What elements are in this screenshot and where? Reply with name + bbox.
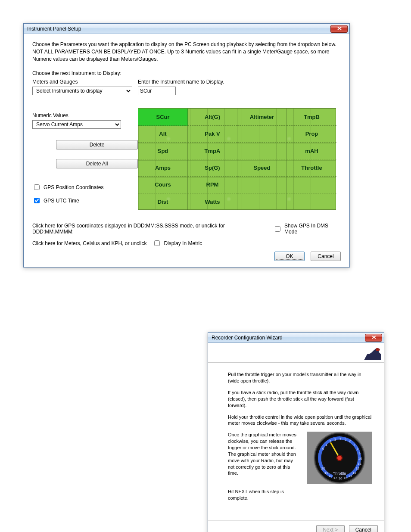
gps-mode-hint: Click here for GPS coordinates displayed… — [32, 223, 261, 235]
grid-cell[interactable] — [287, 177, 336, 193]
throttle-gauge: 01234567891011121314151617181920 Throttl… — [314, 433, 364, 483]
grid-cell[interactable] — [287, 193, 336, 210]
gauge-hub — [336, 455, 342, 461]
cancel-button[interactable]: Cancel — [349, 525, 378, 532]
gauge-tick-label: 17 — [333, 476, 337, 480]
dialog-body: Choose the Parameters you want the appli… — [24, 34, 349, 267]
gauge-preview: 01234567891011121314151617181920 Throttl… — [307, 432, 372, 484]
wizard-text-5: Hit NEXT when this step is complete. — [228, 488, 300, 501]
grid-cell[interactable]: TmpB — [287, 109, 336, 125]
metric-hint: Click here for Meters, Celsius and KPH, … — [32, 240, 146, 246]
grid-cell[interactable]: SCur — [138, 109, 188, 125]
grid-cell[interactable]: TmpA — [188, 143, 237, 159]
gauge-label: Throttle — [315, 471, 364, 476]
grid-cell[interactable]: RPM — [188, 177, 237, 193]
choose-next-label: Choose the next Instrument to Display: — [32, 70, 341, 76]
gauge-tick-label: 7 — [353, 442, 355, 447]
wizard-banner — [208, 343, 384, 363]
show-gps-dms-label: Show GPS In DMS Mode — [284, 223, 341, 235]
enter-name-label: Enter the Instrument name to Display. — [138, 79, 341, 85]
titlebar[interactable]: Instrument Panel Setup ✕ — [24, 24, 349, 34]
gauge-tick-label: 0 — [322, 447, 324, 451]
grid-cell[interactable]: Cours — [138, 177, 188, 193]
gauge-tick-label: 8 — [357, 447, 358, 451]
grid-cell[interactable]: Alt — [138, 126, 188, 143]
grid-cell[interactable]: Alt(G) — [188, 109, 237, 125]
gauge-tick-label: 20 — [321, 467, 325, 471]
gauge-tick-label: 16 — [339, 476, 342, 481]
numeric-values-dropdown[interactable]: Servo Current Amps — [32, 120, 121, 129]
close-button[interactable]: ✕ — [330, 25, 348, 33]
titlebar[interactable]: Recorder Configuration Wizard ✕ — [208, 333, 384, 343]
grid-cell[interactable]: Dist — [138, 193, 188, 210]
display-metric-checkbox[interactable] — [154, 240, 160, 246]
delete-button[interactable]: Delete — [56, 140, 138, 149]
intro-text: Choose the Parameters you want the appli… — [32, 41, 341, 62]
gauge-tick-label: 11 — [358, 462, 361, 467]
gauge-tick-label: 4 — [339, 437, 341, 442]
right-column: Enter the Instrument name to Display. SC… — [138, 78, 341, 210]
gauge-tick-label: 15 — [343, 476, 347, 480]
cancel-button[interactable]: Cancel — [311, 252, 341, 261]
window-title: Instrument Panel Setup — [27, 26, 330, 32]
wizard-text-1: Pull the throttle trigger on your model'… — [228, 371, 372, 384]
close-button[interactable]: ✕ — [365, 334, 382, 342]
wizard-text-3: Hold your throttle control in the wide o… — [228, 414, 372, 427]
grid-cell[interactable]: mAH — [287, 143, 336, 159]
grid-cell[interactable]: Throttle — [287, 159, 336, 176]
numeric-values-label: Numeric Values — [32, 112, 138, 118]
instrument-panel-setup-dialog: Instrument Panel Setup ✕ Choose the Para… — [23, 23, 350, 268]
grid-cell[interactable] — [237, 126, 287, 143]
grid-cell[interactable]: Sp(G) — [188, 159, 237, 176]
gauge-tick-label: 10 — [358, 457, 362, 461]
grid-cell[interactable]: Speed — [237, 159, 287, 176]
ok-button[interactable]: OK — [274, 252, 305, 261]
grid-cell[interactable]: Pak V — [188, 126, 237, 143]
delete-all-button[interactable]: Delete All — [56, 159, 138, 168]
dialog-body: Pull the throttle trigger on your model'… — [208, 343, 384, 532]
grid-cell[interactable]: Altimeter — [237, 109, 287, 125]
gps-utc-checkbox[interactable] — [34, 198, 40, 203]
grid-cell[interactable] — [237, 143, 287, 159]
intro-line-1: Choose the Parameters you want the appli… — [32, 41, 341, 48]
gauge-tick-label: 1 — [325, 442, 327, 447]
grid-cell[interactable] — [237, 193, 287, 210]
grid-cell[interactable]: Prop — [287, 126, 336, 143]
left-column: Meters and Gauges Select Instruments to … — [32, 78, 138, 210]
gps-position-checkbox[interactable] — [34, 184, 40, 190]
wizard-text-2: If you have a stick radio, pull the thro… — [228, 389, 372, 409]
close-icon: ✕ — [371, 335, 376, 340]
meters-gauges-label: Meters and Gauges — [32, 79, 138, 85]
grid-cell[interactable]: Watts — [188, 193, 237, 210]
grid-cell[interactable] — [237, 177, 287, 193]
intro-line-2: NOT ALL PARAMETERS CAN BE DISPLAYED AT O… — [32, 48, 341, 63]
window-title: Recorder Configuration Wizard — [212, 335, 365, 341]
recorder-config-wizard-dialog: Recorder Configuration Wizard ✕ Pull the… — [208, 332, 384, 532]
next-button[interactable]: Next > — [316, 525, 345, 532]
gps-position-label: GPS Position Coordinates — [44, 184, 103, 190]
close-icon: ✕ — [336, 26, 342, 31]
gauge-tick-label: 9 — [358, 451, 360, 456]
gauge-tick-label: 6 — [349, 439, 351, 444]
meters-gauges-dropdown[interactable]: Select Instruments to display — [32, 87, 132, 95]
logo-icon — [364, 345, 381, 360]
grid-cell[interactable]: Amps — [138, 159, 188, 176]
gauge-tick-label: 3 — [334, 437, 336, 442]
instrument-name-input[interactable] — [138, 87, 176, 95]
grid-cell[interactable]: Spd — [138, 143, 188, 159]
display-metric-label: Display In Metric — [164, 240, 202, 246]
gps-utc-label: GPS UTC Time — [44, 198, 79, 204]
instrument-grid-preview[interactable]: SCurAltSpdAmpsCoursDistAlt(G)Pak VTmpASp… — [138, 108, 336, 210]
gauge-tick-label: 5 — [345, 437, 346, 442]
wizard-text-4: Once the graphical meter moves clockwise… — [228, 432, 300, 476]
show-gps-dms-checkbox[interactable] — [275, 226, 280, 232]
